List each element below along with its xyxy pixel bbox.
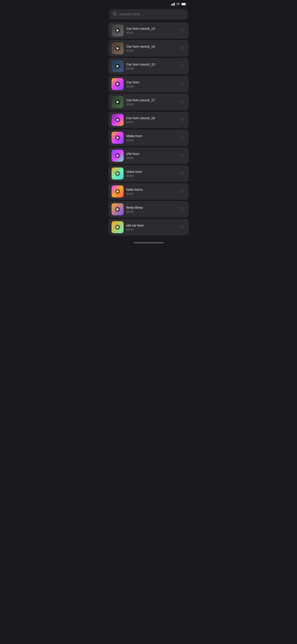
sound-duration: 00:04: [126, 67, 176, 70]
sound-name: Car horn: [126, 80, 176, 84]
sound-name: Beep Beep: [126, 206, 176, 209]
play-icon: [115, 46, 120, 51]
list-item[interactable]: Miata horn 00:04 ♡: [108, 130, 189, 146]
signal-icon: [171, 3, 175, 6]
favorite-button[interactable]: ♡: [179, 44, 186, 52]
thumbnail: [111, 168, 124, 180]
play-icon: [115, 28, 120, 33]
sound-info: Volvo horn 00:03: [126, 170, 176, 178]
thumbnail: [111, 114, 124, 126]
favorite-button[interactable]: ♡: [179, 80, 186, 88]
play-icon: [115, 100, 120, 104]
favorite-button[interactable]: ♡: [179, 98, 186, 106]
heart-icon: ♡: [180, 153, 184, 158]
heart-icon: ♡: [180, 28, 184, 33]
status-bar: [107, 0, 190, 8]
favorite-button[interactable]: ♡: [179, 134, 186, 142]
svg-rect-5: [182, 3, 186, 5]
play-icon: [115, 153, 120, 158]
play-icon: [115, 82, 120, 86]
list-item[interactable]: Car horn sound_17 00:02 ♡: [108, 94, 189, 110]
favorite-button[interactable]: ♡: [179, 116, 186, 124]
favorite-button[interactable]: ♡: [179, 62, 186, 70]
list-item[interactable]: Car horn sound_14 00:02 ♡: [108, 40, 189, 56]
list-item[interactable]: Car horn sound_15 00:04 ♡: [108, 58, 189, 74]
sound-info: Car horn sound_13 00:01: [126, 26, 176, 34]
play-icon: [115, 207, 120, 212]
sound-name: hella horns: [126, 188, 176, 192]
search-icon: [113, 12, 117, 17]
list-item[interactable]: old car horn 00:04 ♡: [108, 219, 189, 236]
play-icon: [115, 135, 120, 140]
sound-info: hella horns 00:05: [126, 188, 176, 196]
heart-icon: ♡: [180, 64, 184, 69]
sound-name: old car horn: [126, 224, 176, 227]
heart-icon: ♡: [180, 82, 184, 87]
play-icon: [115, 189, 120, 194]
sound-duration: 00:01: [126, 31, 176, 34]
thumbnail: [111, 221, 124, 233]
search-bar[interactable]: [109, 9, 188, 20]
favorite-button[interactable]: ♡: [179, 152, 186, 160]
list-item[interactable]: Car horn sound_13 00:01 ♡: [108, 22, 189, 39]
play-icon: [115, 64, 120, 69]
thumbnail: [111, 132, 124, 144]
list-item[interactable]: Car horn sound_18 00:07 ♡: [108, 112, 189, 128]
sound-name: Car horn sound_18: [126, 116, 176, 120]
sound-info: old car horn 00:04: [126, 224, 176, 231]
svg-rect-0: [171, 4, 172, 6]
sound-duration: 00:03: [126, 156, 176, 160]
favorite-button[interactable]: ♡: [179, 205, 186, 213]
favorite-button[interactable]: ♡: [179, 26, 186, 34]
sound-duration: 00:03: [126, 174, 176, 178]
heart-icon: ♡: [180, 46, 184, 51]
heart-icon: ♡: [180, 99, 184, 105]
thumbnail: [111, 24, 124, 36]
thumbnail: [111, 185, 124, 198]
thumbnail: [111, 150, 124, 162]
sound-info: Car horn sound_14 00:02: [126, 44, 176, 52]
sound-name: Car horn sound_15: [126, 62, 176, 66]
sound-name: Miata horn: [126, 134, 176, 138]
battery-icon: [181, 3, 187, 6]
svg-rect-3: [174, 3, 175, 6]
heart-icon: ♡: [180, 117, 184, 122]
list-item[interactable]: Beep Beep 00:04 ♡: [108, 201, 189, 218]
sound-duration: 00:02: [126, 103, 176, 106]
sound-duration: 00:05: [126, 192, 176, 196]
sound-duration: 00:02: [126, 49, 176, 52]
search-input[interactable]: [119, 12, 184, 16]
svg-rect-2: [173, 3, 174, 6]
favorite-button[interactable]: ♡: [179, 170, 186, 178]
wifi-icon: [176, 3, 180, 6]
status-icons: [171, 3, 187, 6]
favorite-button[interactable]: ♡: [179, 188, 186, 196]
heart-icon: ♡: [180, 135, 184, 140]
list-item[interactable]: hella horns 00:05 ♡: [108, 183, 189, 200]
sound-duration: 00:04: [126, 210, 176, 213]
heart-icon: ♡: [180, 189, 184, 194]
home-indicator: [134, 242, 164, 243]
list-item[interactable]: VW horn 00:03 ♡: [108, 147, 189, 164]
sound-info: Car horn sound_17 00:02: [126, 98, 176, 106]
sound-info: Car horn 00:03: [126, 80, 176, 88]
sound-list: Car horn sound_13 00:01 ♡ Car horn sound…: [107, 22, 190, 240]
sound-info: Car horn sound_15 00:04: [126, 62, 176, 70]
play-icon: [115, 171, 120, 176]
sound-name: Volvo horn: [126, 170, 176, 174]
thumbnail: [111, 60, 124, 72]
sound-duration: 00:04: [126, 228, 176, 231]
list-item[interactable]: Car horn 00:03 ♡: [108, 76, 189, 92]
sound-duration: 00:03: [126, 85, 176, 88]
list-item[interactable]: Volvo horn 00:03 ♡: [108, 165, 189, 182]
favorite-button[interactable]: ♡: [179, 223, 186, 231]
sound-name: Car horn sound_13: [126, 26, 176, 30]
svg-rect-1: [172, 4, 173, 6]
sound-info: VW horn 00:03: [126, 152, 176, 160]
thumbnail: [111, 203, 124, 215]
heart-icon: ♡: [180, 206, 184, 212]
play-icon: [115, 118, 120, 122]
sound-info: Miata horn 00:04: [126, 134, 176, 142]
heart-icon: ♡: [180, 224, 184, 230]
sound-info: Car horn sound_18 00:07: [126, 116, 176, 124]
